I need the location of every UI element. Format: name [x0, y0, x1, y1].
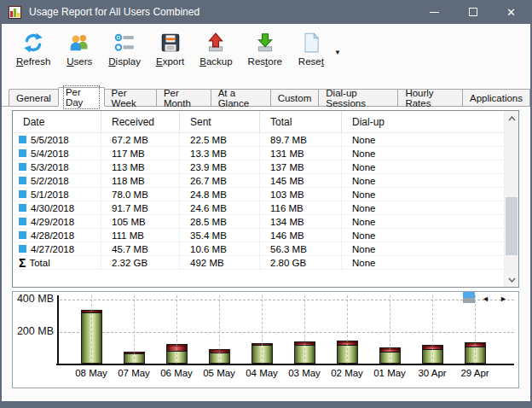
- blue-square-icon: [19, 190, 26, 198]
- maximize-button[interactable]: [454, 0, 492, 24]
- cell-total: 131 MB: [260, 147, 342, 160]
- bar-chart-icon: [9, 6, 21, 19]
- blue-square-icon: [19, 149, 26, 157]
- cell-dial-up: None: [342, 147, 504, 160]
- cell-received: 67.2 MB: [101, 133, 180, 146]
- cell-sent: 492 MB: [180, 256, 260, 269]
- toolbar-overflow-button[interactable]: ▼: [334, 49, 341, 56]
- tab-custom[interactable]: Custom: [271, 89, 320, 107]
- tab-label: Per Week: [112, 88, 149, 108]
- column-header-total[interactable]: Total: [260, 111, 342, 132]
- cell-sent: 22.5 MB: [180, 133, 260, 146]
- x-tick-label-06-may: 06 May: [155, 368, 198, 378]
- arrow-up-icon: [205, 32, 227, 54]
- maximize-icon: [469, 8, 477, 16]
- cell-date: 4/28/2018: [13, 229, 101, 242]
- x-tick-label-30-apr: 30 Apr: [411, 368, 454, 378]
- row-label: 4/27/2018: [31, 244, 74, 254]
- cell-dial-up: None: [342, 256, 504, 269]
- display-label: Display: [108, 56, 141, 67]
- cell-sent: 26.7 MB: [180, 174, 260, 187]
- scrollbar-thumb[interactable]: [506, 197, 518, 255]
- backup-button[interactable]: Backup: [192, 30, 240, 80]
- usage-report-window: Usage Report for All Users Combined ✕ Re…: [0, 0, 532, 408]
- cell-total: 137 MB: [260, 160, 342, 173]
- table-row-total[interactable]: ΣTotal2.32 GB492 MB2.80 GBNone: [13, 256, 504, 270]
- blue-square-icon: [19, 177, 26, 184]
- table-row[interactable]: 5/3/2018113 MB23.9 MB137 MBNone: [13, 160, 504, 174]
- row-label: 4/29/2018: [31, 217, 74, 227]
- table-row[interactable]: 5/2/2018118 MB26.7 MB145 MBNone: [13, 174, 504, 188]
- table-row[interactable]: 4/27/201845.7 MB10.6 MB56.3 MBNone: [13, 242, 504, 256]
- refresh-button[interactable]: Refresh: [9, 30, 58, 80]
- display-button[interactable]: Display: [101, 30, 148, 80]
- title-bar[interactable]: Usage Report for All Users Combined ✕: [2, 0, 530, 24]
- cell-total: 146 MB: [260, 229, 342, 242]
- tab-dial-up-sessions[interactable]: Dial-up Sessions: [319, 89, 398, 107]
- minimize-button[interactable]: [415, 0, 454, 24]
- display-list-icon: [113, 32, 136, 54]
- tab-applications[interactable]: Applications: [463, 89, 530, 107]
- row-label: 4/30/2018: [31, 203, 74, 213]
- column-header-date[interactable]: Date: [13, 111, 101, 132]
- tab-label: Per Month: [164, 88, 204, 108]
- reset-button[interactable]: Reset: [290, 30, 332, 80]
- users-button[interactable]: Users: [58, 30, 101, 80]
- cell-sent: 13.3 MB: [180, 147, 260, 160]
- cell-dial-up: None: [342, 215, 504, 228]
- restore-button[interactable]: Restore: [240, 30, 290, 80]
- row-label: 5/1/2018: [31, 189, 69, 200]
- x-tick-label-04-may: 04 May: [240, 368, 283, 378]
- table-row[interactable]: 5/1/201878.0 MB24.8 MB103 MBNone: [13, 188, 504, 201]
- column-header-received[interactable]: Received: [101, 111, 180, 132]
- scroll-up-button[interactable]: [505, 111, 518, 125]
- tab-general[interactable]: General: [9, 89, 59, 107]
- cell-received: 91.7 MB: [101, 201, 180, 214]
- blue-square-icon: [19, 245, 26, 253]
- arrow-down-icon: [254, 32, 276, 54]
- tab-at-a-glance[interactable]: At a Glance: [211, 89, 271, 107]
- tab-hourly-rates[interactable]: Hourly Rates: [398, 89, 463, 107]
- gridline-200: [60, 332, 514, 333]
- table-row[interactable]: 4/29/2018105 MB28.5 MB134 MBNone: [13, 215, 504, 229]
- blank-page-icon: [300, 32, 322, 54]
- daily-usage-chart: 400 MB200 MB08 May07 May06 May05 May04 M…: [13, 292, 518, 388]
- row-label: 5/2/2018: [31, 176, 69, 186]
- reset-label: Reset: [298, 56, 324, 67]
- chart-scroll-indicator[interactable]: [463, 292, 475, 303]
- usage-table-panel: DateReceivedSentTotalDial-up 5/5/201867.…: [12, 110, 519, 288]
- restore-label: Restore: [248, 56, 282, 67]
- cell-received: 118 MB: [101, 174, 180, 187]
- refresh-icon: [22, 32, 44, 54]
- cell-dial-up: None: [342, 174, 504, 187]
- vertical-gridline: [475, 295, 476, 364]
- blue-square-icon: [19, 204, 26, 212]
- indicator-bottom: [463, 298, 475, 303]
- tab-per-week[interactable]: Per Week: [105, 89, 157, 107]
- scroll-down-button[interactable]: [505, 272, 518, 287]
- tab-label: Dial-up Sessions: [326, 88, 390, 108]
- cell-total: 89.7 MB: [260, 133, 342, 146]
- table-row[interactable]: 4/30/201891.7 MB24.6 MB116 MBNone: [13, 201, 504, 215]
- column-header-dial-up[interactable]: Dial-up: [342, 111, 504, 132]
- vertical-gridline: [91, 295, 92, 364]
- chart-scroll-left-button[interactable]: ◄: [482, 294, 489, 303]
- refresh-label: Refresh: [16, 56, 50, 67]
- table-row[interactable]: 4/28/2018111 MB35.4 MB146 MBNone: [13, 229, 504, 242]
- chart-scroll-right-button[interactable]: ►: [500, 294, 507, 303]
- export-button[interactable]: Export: [148, 30, 192, 80]
- close-button[interactable]: ✕: [492, 0, 530, 24]
- close-icon: ✕: [506, 7, 516, 18]
- table-row[interactable]: 5/4/2018117 MB13.3 MB131 MBNone: [13, 147, 504, 160]
- column-header-sent[interactable]: Sent: [180, 111, 260, 132]
- tab-per-month[interactable]: Per Month: [157, 89, 211, 107]
- blue-square-icon: [19, 163, 26, 171]
- tab-per-day[interactable]: Per Day: [58, 87, 105, 107]
- minimize-icon: [430, 12, 439, 13]
- cell-sent: 28.5 MB: [180, 215, 260, 228]
- vertical-gridline: [262, 295, 263, 364]
- cell-received: 78.0 MB: [101, 188, 180, 201]
- chevron-down-icon: [508, 277, 516, 283]
- table-scrollbar[interactable]: [504, 111, 518, 287]
- table-row[interactable]: 5/5/201867.2 MB22.5 MB89.7 MBNone: [13, 133, 504, 147]
